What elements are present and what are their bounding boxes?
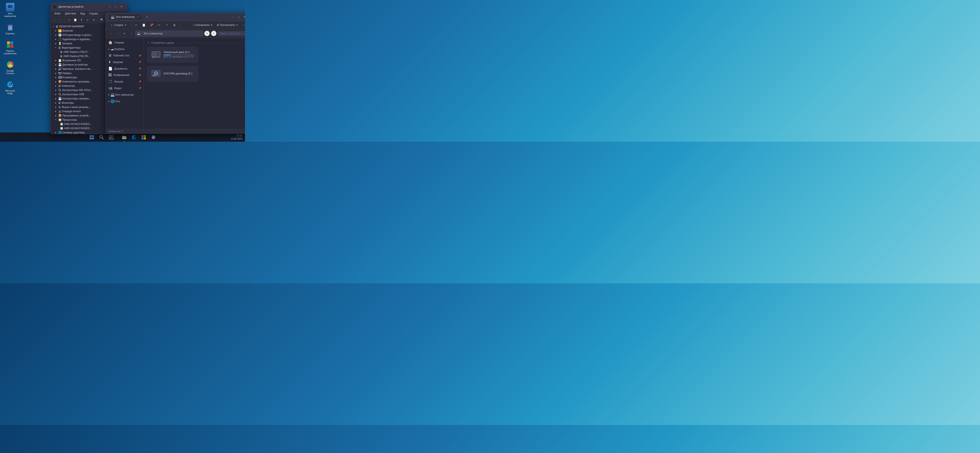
devmgr-maximize-button[interactable]: □	[113, 5, 118, 9]
svg-rect-2	[153, 53, 157, 56]
tree-label-audio: Аудиовходы и аудиовы...	[62, 38, 92, 41]
more-options-button[interactable]: ···	[240, 22, 245, 28]
controlpanel-icon	[6, 40, 14, 49]
nav-back-button[interactable]: ←	[108, 30, 114, 37]
menu-view[interactable]: Вид	[78, 11, 87, 16]
desktop-icon-thispc[interactable]: Этот компьютер	[3, 2, 18, 18]
taskbar-start[interactable]	[88, 133, 96, 141]
tb-events[interactable]: 📋	[73, 18, 78, 22]
tree-expand-dvd[interactable]: ▶	[54, 33, 57, 37]
tree-label-firmware: Встроенное ПО	[62, 59, 81, 62]
new-tab-button[interactable]: +	[145, 14, 150, 19]
taskbar-explorer[interactable]	[120, 133, 129, 141]
tree-label-mice: Мыши и иные указыва...	[62, 105, 90, 108]
cut-button[interactable]: ✂	[133, 22, 140, 28]
taskbar-search[interactable]	[97, 133, 106, 141]
tree-expand-audio[interactable]: ▶	[54, 38, 57, 41]
sidebar-item-desktop[interactable]: 🖥 Рабочий стол 📌	[106, 53, 144, 59]
search-input[interactable]	[218, 31, 245, 36]
desktop-icon-edge[interactable]: Microsoft Edge	[3, 79, 18, 96]
rename-button[interactable]: ✏	[156, 22, 162, 28]
devmgr-close-button[interactable]: ✕	[119, 5, 124, 9]
drive-f[interactable]: DVD DVD RW дисковод (F:)	[147, 66, 198, 81]
sidebar-section-network[interactable]: ▶ 🌐 Сеть	[106, 98, 144, 105]
tree-expand-root[interactable]: ▼	[51, 25, 55, 28]
sidebar-item-documents[interactable]: 📄 Документы 📌	[106, 65, 144, 72]
tb-disable[interactable]: ⊘	[91, 18, 96, 22]
taskbar-store[interactable]	[140, 133, 148, 141]
tb-back[interactable]: ←	[52, 18, 57, 22]
address-dropdown-button[interactable]: ▼	[204, 30, 210, 37]
tb-forward[interactable]: →	[58, 18, 64, 22]
tree-label-cameras: Камеры	[62, 72, 72, 75]
taskview-icon	[109, 135, 114, 140]
trash-label: Корзина	[6, 32, 14, 35]
tree-expand-battery[interactable]: ▶	[54, 42, 57, 45]
tree-expand-video[interactable]: ▼	[54, 46, 57, 49]
tree-expand-keyboards[interactable]: ▶	[54, 76, 57, 79]
explorer-maximize-button[interactable]: □	[236, 15, 242, 19]
sidebar-item-home[interactable]: 🏠 Главная	[106, 39, 144, 46]
tree-label-dvd: DVD-дисководы и диско...	[62, 33, 93, 37]
drive-c[interactable]: Локальный диск (C:) 86,6 ГБ свободно из …	[147, 47, 198, 62]
create-button[interactable]: ＋ Создать ▼	[108, 22, 129, 28]
tree-expand-network[interactable]: ▶	[54, 131, 57, 134]
tree-expand-firmware[interactable]: ▶	[54, 59, 57, 62]
taskbar-edge[interactable]	[130, 133, 138, 141]
tree-expand-usb[interactable]: ▶	[54, 93, 57, 96]
explorer-minimize-button[interactable]: ─	[231, 15, 236, 19]
tree-expand-ide[interactable]: ▶	[54, 88, 57, 92]
explorer-main-pane: ▼ Устройства и диски	[144, 38, 245, 129]
drives-section-header[interactable]: ▼ Устройства и диски	[147, 41, 245, 44]
sidebar-item-downloads[interactable]: ⬇ Загрузки 📌	[106, 59, 144, 65]
tree-expand-storage[interactable]: ▶	[54, 97, 57, 100]
desktop-icon-trash[interactable]: Корзина	[3, 22, 18, 36]
tb-details[interactable]: ≡	[66, 18, 72, 22]
tree-expand-disk[interactable]: ▶	[54, 63, 57, 66]
sort-button[interactable]: ↕ Сортировать ▼	[191, 23, 215, 27]
thispc-icon: 💻	[110, 93, 115, 97]
tab-close-button[interactable]: ✕	[136, 15, 140, 19]
refresh-button[interactable]: ↻	[211, 30, 217, 37]
copy-button[interactable]: 📋	[140, 22, 147, 28]
explorer-tab[interactable]: 💻 Этот компьютер ✕	[108, 14, 142, 19]
menu-help[interactable]: Справк...	[87, 11, 102, 16]
toolbar-right: ↕ Сортировать ▼ ⊞ Просмотреть ▼ ···	[191, 22, 245, 28]
nav-up-button[interactable]: ↑	[128, 30, 134, 37]
explorer-close-button[interactable]: ✕	[242, 15, 245, 19]
sidebar-item-images[interactable]: 🖼 Изображения 📌	[106, 72, 144, 78]
tree-expand-components[interactable]: ▶	[54, 80, 57, 83]
share-button[interactable]: ↗	[164, 22, 170, 28]
sidebar-section-thispc[interactable]: ▶ 💻 Этот компьютер	[106, 91, 144, 98]
tree-expand-processors[interactable]: ▼	[54, 118, 57, 121]
tree-expand-print[interactable]: ▶	[54, 110, 57, 113]
tree-expand-computer[interactable]: ▶	[54, 84, 57, 88]
tree-expand-mice[interactable]: ▶	[54, 105, 57, 109]
tree-expand-monitors[interactable]: ▶	[54, 101, 57, 105]
nav-recent-button[interactable]: ▼	[121, 30, 127, 37]
tree-expand-bluetooth[interactable]: ▶	[54, 29, 57, 32]
tree-expand-cameras[interactable]: ▶	[54, 72, 57, 75]
address-path[interactable]: 💻 › Этот компьютер ›	[135, 30, 203, 37]
sidebar-item-music[interactable]: 🎵 Музыка 📌	[106, 78, 144, 85]
desktop-icon-controlpanel[interactable]: Панель управления	[3, 40, 18, 56]
menu-action[interactable]: Действие	[63, 11, 78, 16]
taskbar-taskview[interactable]	[107, 133, 116, 141]
nav-forward-button[interactable]: →	[115, 30, 121, 37]
view-button[interactable]: ⊞ Просмотреть ▼	[215, 23, 240, 27]
tree-expand-software[interactable]: ▶	[54, 114, 57, 117]
tb-enable[interactable]: ✔	[85, 18, 90, 22]
tree-expand-sound[interactable]: ▶	[54, 67, 57, 71]
clock-date: 13.05.2023	[231, 137, 242, 140]
devmgr-minimize-button[interactable]: ─	[107, 5, 112, 9]
delete-button[interactable]: 🗑	[171, 22, 178, 28]
paste-button[interactable]: 📌	[148, 22, 155, 28]
tb-update[interactable]: ⬆	[79, 18, 84, 22]
tb-scan[interactable]: 🔍	[99, 18, 105, 22]
tree-label-ide: Контроллеры IDE ATA/A...	[62, 89, 93, 92]
taskbar-settings[interactable]	[149, 133, 158, 141]
desktop-icon-chrome[interactable]: Google Chrome	[3, 59, 18, 75]
menu-file[interactable]: Файл	[52, 11, 63, 16]
sidebar-item-video[interactable]: 📹 Видео 📌	[106, 85, 144, 91]
sidebar-section-onedrive[interactable]: ▶ ☁ OneDrive	[106, 46, 144, 53]
